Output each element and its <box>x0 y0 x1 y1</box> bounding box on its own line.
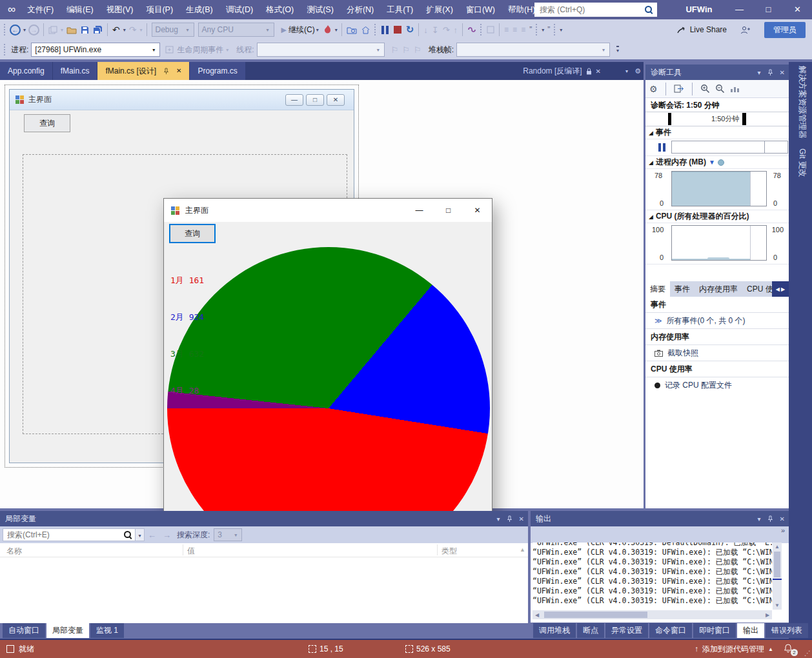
all-events-link[interactable]: ≫ 所有事件(0 个, 共 0 个) <box>645 313 789 329</box>
locals-search-box[interactable] <box>3 528 136 541</box>
search-depth-combo[interactable]: 3▾ <box>214 528 242 541</box>
locals-titlebar[interactable]: 局部变量 ▾ ✕ <box>0 511 528 526</box>
save-icon[interactable] <box>81 26 89 34</box>
reset-view-chart-icon[interactable] <box>730 85 740 93</box>
menu-debug[interactable]: 调试(D) <box>219 0 259 19</box>
diagnostics-titlebar[interactable]: 诊断工具 ▾ ✕ <box>645 65 789 80</box>
solution-config-combo[interactable]: Debug▾ <box>152 23 194 37</box>
events-section-header[interactable]: ◢事件 <box>645 126 789 139</box>
diagnostics-timeline[interactable]: 1:50分钟 <box>645 112 789 126</box>
continue-label[interactable]: 继续(C) <box>289 25 315 35</box>
continue-dropdown[interactable]: ▾ <box>316 27 319 33</box>
column-type[interactable]: 类型 <box>442 546 457 557</box>
scrollbar-thumb[interactable] <box>544 612 647 618</box>
vertical-scrollbar[interactable]: ▲ ▼ <box>773 543 782 610</box>
output-titlebar[interactable]: 输出 ▾ ✕ <box>531 511 789 526</box>
toolbar-grip[interactable] <box>554 24 556 35</box>
navigate-back-icon[interactable]: ← <box>10 25 21 35</box>
tab-command-window[interactable]: 命令窗口 <box>649 623 692 638</box>
cpu-section-header[interactable]: ◢CPU (所有处理器的百分比) <box>645 210 789 223</box>
filter-icon[interactable]: ▼ <box>709 159 715 166</box>
horizontal-scrollbar[interactable]: ◀ ▶ <box>533 610 772 619</box>
live-share-icon[interactable] <box>676 25 687 34</box>
tab-events[interactable]: 事件 <box>670 281 695 297</box>
close-button[interactable]: ✕ <box>783 0 812 19</box>
tab-autos[interactable]: 自动窗口 <box>3 623 45 638</box>
tab-locals[interactable]: 局部变量 <box>46 623 89 638</box>
menu-tools[interactable]: 工具(T) <box>380 0 420 19</box>
home-icon[interactable] <box>361 26 370 34</box>
designer-query-button[interactable]: 查询 <box>24 114 70 132</box>
menu-extensions[interactable]: 扩展(X) <box>420 0 460 19</box>
panel-dropdown-icon[interactable]: ▾ <box>758 69 761 76</box>
pin-icon[interactable] <box>163 68 170 75</box>
column-name[interactable]: 名称 <box>6 546 22 557</box>
open-folder-icon[interactable] <box>66 26 77 34</box>
undo-dropdown[interactable]: ▾ <box>123 27 126 33</box>
column-value[interactable]: 值 <box>187 546 195 557</box>
locals-grid-body[interactable] <box>0 557 528 623</box>
sidebar-tab-git-changes[interactable]: Git 更改 <box>797 148 807 177</box>
close-preview-icon[interactable]: ✕ <box>596 68 601 75</box>
minimize-button[interactable]: — <box>725 0 754 19</box>
sidebar-tab-solution-explorer[interactable]: 解决方案资源管理器 <box>797 66 807 139</box>
add-user-icon[interactable] <box>740 26 750 34</box>
pin-icon[interactable] <box>767 69 774 76</box>
undo-icon[interactable]: ↶ <box>112 25 120 35</box>
close-panel-icon[interactable]: ✕ <box>519 515 524 523</box>
break-all-icon[interactable] <box>381 26 389 34</box>
close-panel-icon[interactable]: ✕ <box>780 69 785 76</box>
find-in-files-icon[interactable] <box>347 26 357 34</box>
pause-events-icon[interactable] <box>658 143 665 152</box>
toolbar-overflow-icon[interactable]: ▾ <box>616 46 619 54</box>
menu-view[interactable]: 视图(V) <box>100 0 140 19</box>
tab-breakpoints[interactable]: 断点 <box>577 623 604 638</box>
take-snapshot-link[interactable]: 截取快照 <box>645 345 789 361</box>
add-to-source-control-button[interactable]: ↑ 添加到源代码管理 ▲ <box>695 644 773 655</box>
thread-combo[interactable]: ▾ <box>257 43 385 57</box>
tab-settings-gear-icon[interactable]: ⚙ <box>634 67 641 75</box>
close-tab-icon[interactable]: ✕ <box>176 62 181 80</box>
search-options-dropdown[interactable]: ▾ <box>136 528 145 541</box>
settings-gear-icon[interactable]: ⚙ <box>649 84 658 94</box>
resize-grip[interactable]: ⋰ <box>804 650 811 657</box>
admin-badge[interactable]: 管理员 <box>764 22 806 38</box>
tab-appconfig[interactable]: App.config <box>0 62 52 80</box>
process-combo[interactable]: [27968] UFWin.exe▾ <box>31 43 160 57</box>
menu-test[interactable]: 测试(S) <box>300 0 340 19</box>
menu-edit[interactable]: 编辑(E) <box>60 0 100 19</box>
tab-fmain-design[interactable]: fMain.cs [设计] ✕ <box>97 62 189 80</box>
platform-combo[interactable]: Any CPU▾ <box>198 23 274 37</box>
tab-fmain-cs[interactable]: fMain.cs <box>53 62 97 80</box>
app-minimize-button[interactable]: — <box>405 199 434 222</box>
menu-project[interactable]: 项目(P) <box>139 0 179 19</box>
zoom-in-icon[interactable] <box>700 84 710 94</box>
tab-error-list[interactable]: 错误列表 <box>766 623 808 638</box>
app-window-titlebar[interactable]: 主界面 — □ ✕ <box>164 199 492 222</box>
live-share-label[interactable]: Live Share <box>690 25 727 34</box>
menu-file[interactable]: 文件(F) <box>21 0 60 19</box>
menu-format[interactable]: 格式(O) <box>259 0 300 19</box>
tab-exception-settings[interactable]: 异常设置 <box>605 623 648 638</box>
restart-icon[interactable]: ↻ <box>406 24 414 35</box>
panel-dropdown-icon[interactable]: ▾ <box>758 515 761 523</box>
maximize-button[interactable]: □ <box>754 0 783 19</box>
locals-search-input[interactable] <box>6 530 124 540</box>
overflow-dropdown[interactable]: ▾ <box>560 27 562 33</box>
export-icon[interactable] <box>674 85 684 93</box>
tab-program-cs[interactable]: Program.cs <box>190 62 245 80</box>
tab-call-stack[interactable]: 调用堆栈 <box>533 623 576 638</box>
app-maximize-button[interactable]: □ <box>434 199 463 222</box>
toolbar-grip[interactable] <box>480 24 483 35</box>
toolbar-overflow-icon[interactable]: » <box>781 526 785 534</box>
global-search-box[interactable] <box>534 3 657 17</box>
toolbar-grip[interactable] <box>374 24 377 35</box>
pin-icon[interactable] <box>506 515 513 523</box>
app-close-button[interactable]: ✕ <box>463 199 492 222</box>
continue-icon[interactable]: ▶ <box>281 26 287 34</box>
hot-reload-icon[interactable] <box>324 25 332 34</box>
toolbar-grip[interactable] <box>4 24 6 35</box>
stop-debugging-icon[interactable] <box>394 26 401 34</box>
pin-icon[interactable] <box>767 515 774 523</box>
notifications-bell-icon[interactable]: 2 <box>784 644 794 654</box>
